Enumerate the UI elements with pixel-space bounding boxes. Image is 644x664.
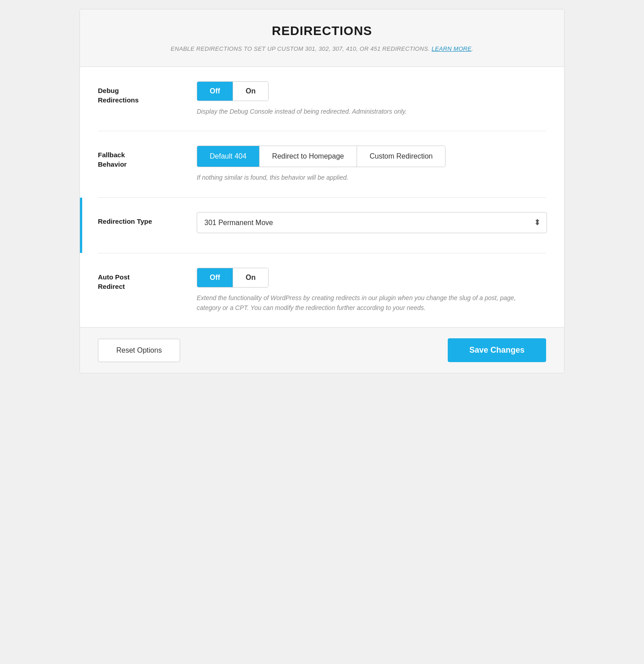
fallback-behavior-label: FallbackBehavior [98,146,179,169]
header-section: REDIRECTIONS ENABLE REDIRECTIONS TO SET … [80,9,564,67]
auto-post-redirect-label: Auto PostRedirect [98,268,179,291]
fallback-option-group: Default 404 Redirect to Homepage Custom … [197,146,446,167]
debug-redirections-row: DebugRedirections Off On Display the Deb… [98,67,546,131]
fallback-behavior-control: Default 404 Redirect to Homepage Custom … [197,146,546,182]
fallback-description: If nothing similar is found, this behavi… [197,173,529,182]
content-area: DebugRedirections Off On Display the Deb… [80,67,564,328]
redirection-type-row: Redirection Type 301 Permanent Move 302 … [98,198,546,253]
debug-description: Display the Debug Console instead of bei… [197,106,529,116]
learn-more-link[interactable]: LEARN MORE [432,45,472,52]
reset-options-button[interactable]: Reset Options [98,339,180,362]
fallback-custom-button[interactable]: Custom Redirection [357,146,446,167]
redirection-type-select[interactable]: 301 Permanent Move 302 Temporary Move 30… [197,212,547,233]
page-title: REDIRECTIONS [98,24,546,38]
auto-post-on-button[interactable]: On [233,268,268,287]
fallback-default404-button[interactable]: Default 404 [197,146,260,167]
debug-redirections-label: DebugRedirections [98,81,179,105]
fallback-behavior-row: FallbackBehavior Default 404 Redirect to… [98,131,546,197]
fallback-homepage-button[interactable]: Redirect to Homepage [260,146,357,167]
redirection-type-label: Redirection Type [98,212,179,226]
redirection-type-select-wrapper: 301 Permanent Move 302 Temporary Move 30… [197,212,547,233]
redirection-type-control: 301 Permanent Move 302 Temporary Move 30… [197,212,547,239]
auto-post-redirect-control: Off On Extend the functionality of WordP… [197,268,546,313]
auto-post-off-button[interactable]: Off [197,268,233,287]
debug-redirections-control: Off On Display the Debug Console instead… [197,81,546,116]
auto-post-description: Extend the functionality of WordPress by… [197,293,529,313]
save-changes-button[interactable]: Save Changes [448,338,546,362]
auto-post-toggle-group: Off On [197,268,269,288]
debug-toggle-group: Off On [197,81,269,101]
debug-off-button[interactable]: Off [197,82,233,101]
footer-section: Reset Options Save Changes [80,327,564,373]
header-subtitle-text: ENABLE REDIRECTIONS TO SET UP CUSTOM 301… [171,45,430,52]
settings-page: REDIRECTIONS ENABLE REDIRECTIONS TO SET … [79,9,565,373]
debug-on-button[interactable]: On [233,82,268,101]
auto-post-redirect-row: Auto PostRedirect Off On Extend the func… [98,253,546,328]
header-subtitle: ENABLE REDIRECTIONS TO SET UP CUSTOM 301… [98,44,546,54]
